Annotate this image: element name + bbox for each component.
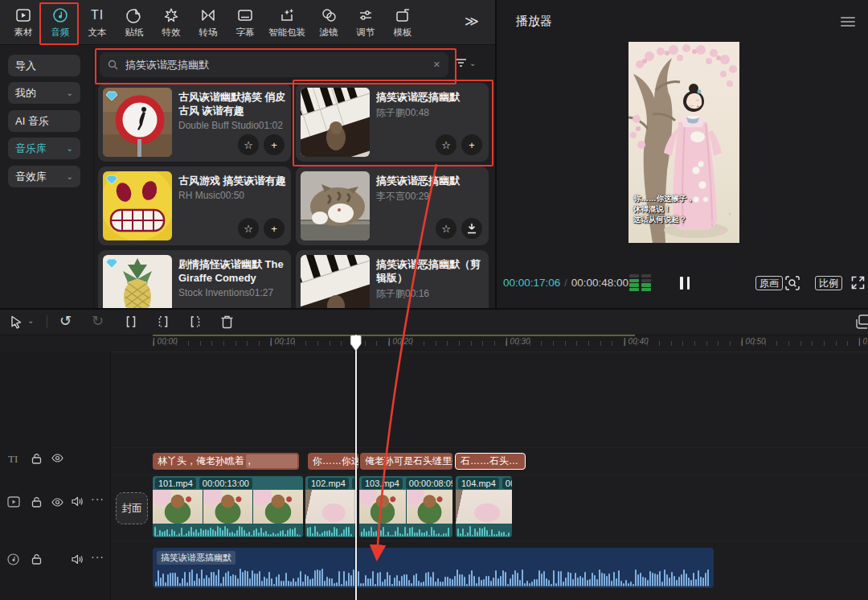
sidebar-item-import[interactable]: 导入 [8, 55, 80, 76]
timeline-toolbar: ⌄ ↺ ↻ [0, 310, 868, 335]
lock-icon[interactable] [31, 453, 42, 464]
add-to-timeline-button[interactable]: + [264, 218, 285, 239]
fullscreen-icon[interactable] [851, 276, 865, 290]
music-card[interactable]: 古风游戏 搞笑诙谐有趣 RH Music00:50 ☆ + [98, 166, 291, 245]
sidebar-item-mine[interactable]: 我的 ⌄ [8, 82, 80, 104]
vip-diamond-icon [106, 91, 117, 101]
pause-button[interactable] [680, 277, 690, 290]
add-to-timeline-button[interactable]: + [461, 134, 482, 155]
favorite-star-button[interactable]: ☆ [436, 134, 457, 155]
music-thumbnail-piano [301, 88, 370, 157]
effects-icon [163, 6, 179, 24]
playhead-marker[interactable] [350, 335, 362, 351]
text-track-icon: TI [8, 453, 18, 466]
eye-visibility-icon[interactable] [51, 498, 63, 507]
redo-icon[interactable]: ↻ [92, 312, 104, 330]
lock-icon[interactable] [31, 553, 42, 565]
more-options-icon[interactable]: ··· [91, 550, 104, 563]
cursor-mode-chevron-icon[interactable]: ⌄ [27, 316, 34, 325]
filmstrip [456, 490, 512, 524]
music-card[interactable]: 剧情搞怪诙谐幽默 The Giraffe Comedy Stock Invent… [98, 250, 291, 308]
cursor-select-icon[interactable] [10, 315, 23, 329]
clip-filename: 102.mp4 [308, 478, 349, 489]
template-icon [395, 6, 411, 24]
video-clip[interactable]: 104.mp400 [456, 476, 512, 537]
vip-diamond-icon [106, 258, 117, 268]
tab-media[interactable]: 素材 [5, 3, 42, 42]
video-clip[interactable]: 102.mp40 [305, 476, 356, 537]
timeline-ruler[interactable]: |00:00 |00:10 |00:20 |00:30 |00:40 |00:5… [0, 335, 868, 351]
lock-icon[interactable] [31, 496, 42, 508]
undo-icon[interactable]: ↺ [59, 312, 72, 330]
filter-control[interactable]: ⌄ [455, 57, 476, 68]
aspect-ratio-button[interactable]: 比例 [815, 276, 842, 290]
eye-visibility-icon[interactable] [51, 454, 63, 462]
sidebar-item-sfx-library[interactable]: 音效库 ⌄ [8, 166, 80, 187]
sidebar-item-ai-music[interactable]: AI 音乐 [8, 110, 80, 132]
music-artist: 李不言 [376, 191, 405, 202]
speaker-icon[interactable] [72, 554, 84, 565]
audio-clip[interactable]: 搞笑诙谐恶搞幽默 [153, 548, 714, 588]
trim-right-icon[interactable] [188, 314, 203, 329]
favorite-star-button[interactable]: ☆ [436, 218, 457, 239]
playhead-line[interactable] [355, 335, 357, 600]
audio-icon [52, 6, 68, 24]
favorite-star-button[interactable]: ☆ [238, 134, 259, 155]
tab-captions-label: 字幕 [236, 27, 255, 39]
speaker-icon[interactable] [72, 496, 84, 507]
filmstrip [359, 490, 452, 524]
text-clip[interactable]: 你……你这 [308, 453, 358, 470]
music-card[interactable]: 搞笑诙谐恶搞幽默（剪辑版） 陈子鹏00:16 [296, 250, 489, 308]
clip-duration: 00 [502, 478, 512, 489]
current-time: 00:00:17:06 [503, 277, 560, 289]
text-clip[interactable]: 林丫头，俺老孙瞧着， [153, 453, 299, 470]
music-duration: 00:29 [405, 191, 429, 202]
tab-smart-pack[interactable]: 智能包装 [264, 3, 310, 42]
tab-effects-label: 特效 [162, 27, 181, 39]
text-clip[interactable]: 俺老孙可是石头缝里生 [360, 453, 452, 470]
sidebar-item-music-library[interactable]: 音乐库 ⌄ [8, 138, 80, 159]
tab-text[interactable]: TI 文本 [79, 3, 116, 42]
tab-effects[interactable]: 特效 [153, 3, 190, 42]
vip-diamond-icon [106, 175, 117, 184]
clip-filename: 103.mp4 [362, 478, 403, 489]
layers-icon[interactable] [854, 314, 868, 331]
music-duration: 00:16 [405, 288, 429, 299]
tab-filter-label: 滤镜 [320, 27, 338, 39]
search-icon [108, 60, 118, 70]
tab-audio[interactable]: 音频 [42, 3, 79, 42]
music-title: 搞笑诙谐恶搞幽默（剪辑版） [376, 257, 484, 285]
download-button[interactable] [461, 218, 482, 239]
music-thumbnail-cat [301, 171, 370, 240]
text-clip-selected[interactable]: 石……石头… [455, 453, 526, 470]
cover-button[interactable]: 封面 [116, 492, 148, 524]
tab-template[interactable]: 模板 [384, 3, 421, 42]
original-quality-button[interactable]: 原画 [755, 276, 783, 290]
music-card[interactable]: 古风诙谐幽默搞笑 俏皮古风 诙谐有趣 Double Buff Studio01:… [98, 83, 291, 162]
more-options-icon[interactable]: ··· [91, 492, 104, 505]
video-clip[interactable]: 103.mp400:00:08:09 [359, 476, 452, 537]
player-menu-icon[interactable] [841, 17, 855, 30]
music-card-highlighted[interactable]: 搞笑诙谐恶搞幽默 陈子鹏00:48 ☆ + [296, 83, 489, 162]
delete-trash-icon[interactable] [220, 314, 234, 329]
music-artist: Stock Inventions [178, 287, 249, 298]
music-card[interactable]: 搞笑诙谐恶搞幽默 李不言00:29 ☆ [296, 166, 489, 245]
preview-zoom-icon[interactable] [785, 276, 800, 290]
split-icon[interactable] [124, 314, 138, 329]
clear-search-icon[interactable]: ✕ [433, 60, 440, 70]
add-to-timeline-button[interactable]: + [264, 134, 285, 155]
tab-filter[interactable]: 滤镜 [310, 3, 347, 42]
search-input[interactable] [124, 58, 428, 72]
video-editor-app: 素材 音频 TI 文本 贴纸 特效 [0, 0, 868, 600]
tab-adjust[interactable]: 调节 [347, 3, 384, 42]
music-duration: 01:27 [249, 287, 273, 298]
music-title: 搞笑诙谐恶搞幽默 [376, 90, 484, 104]
tab-adjust-label: 调节 [357, 27, 375, 39]
video-clip[interactable]: 101.mp400:00:13:00 [153, 476, 303, 537]
tab-sticker[interactable]: 贴纸 [116, 3, 153, 42]
more-tabs-icon[interactable]: ≫ [465, 13, 477, 30]
favorite-star-button[interactable]: ☆ [238, 218, 259, 239]
trim-left-icon[interactable] [156, 314, 170, 329]
tab-captions[interactable]: 字幕 [227, 3, 264, 42]
tab-transition[interactable]: 转场 [190, 3, 227, 42]
